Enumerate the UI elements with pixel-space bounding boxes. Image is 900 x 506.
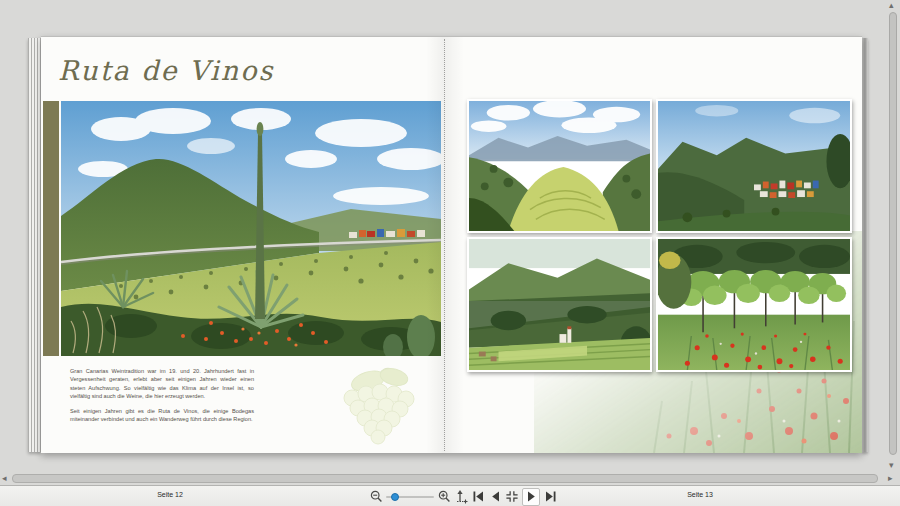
zoom-slider[interactable] (386, 491, 434, 503)
page-stack-left-edge (28, 38, 41, 452)
zoom-out-button[interactable] (369, 489, 383, 505)
page-stack-right-edge (862, 38, 868, 452)
next-page-icon (525, 490, 538, 503)
next-page-button[interactable] (522, 488, 540, 506)
landscape-photo-graphic (61, 101, 441, 356)
vineyard-photo-graphic (658, 239, 850, 370)
decor-olive-bar (43, 101, 59, 356)
last-page-icon (544, 490, 557, 503)
scroll-up-icon[interactable]: ▴ (889, 1, 894, 10)
grapes-graphic (322, 364, 418, 446)
vertical-scrollbar[interactable]: ▴ ▾ (887, 0, 899, 472)
scroll-down-icon[interactable]: ▾ (889, 461, 894, 470)
magnifier-minus-icon (370, 490, 383, 503)
photo-vineyard-poppies[interactable] (656, 237, 852, 372)
photo-hillside-agave-village[interactable] (61, 101, 441, 356)
grapes-clipart (322, 364, 418, 446)
valley-photo-graphic (469, 101, 650, 231)
page-label-right: Seite 13 (590, 491, 810, 498)
previous-page-icon (489, 490, 502, 503)
arrow-up-plus-icon (455, 490, 468, 504)
scroll-right-icon[interactable]: ▸ (888, 474, 893, 483)
status-bar: Seite 12 (0, 485, 900, 506)
photo-deep-valley-terraces[interactable] (467, 237, 652, 372)
workspace-canvas: Ruta de Vinos (0, 0, 900, 485)
page-right (444, 37, 862, 453)
page-label-left: Seite 12 (60, 491, 280, 498)
arrows-inward-icon (505, 490, 519, 503)
book-spread: Ruta de Vinos (28, 36, 868, 452)
zoom-in-button[interactable] (437, 489, 451, 505)
fit-spread-button[interactable] (505, 489, 519, 505)
body-text-block[interactable]: Gran Canarias Weintradition war im 19. u… (70, 367, 254, 429)
page-spread: Ruta de Vinos (41, 36, 862, 453)
center-fold-line (444, 39, 445, 451)
photo-hillside-village[interactable] (656, 99, 852, 233)
page-title[interactable]: Ruta de Vinos (58, 55, 274, 86)
terraces-photo-graphic (469, 239, 650, 370)
horizontal-scrollbar-thumb[interactable] (12, 474, 878, 483)
page-left: Ruta de Vinos (41, 37, 444, 453)
scroll-left-icon[interactable]: ◂ (2, 474, 7, 483)
view-controls (369, 486, 557, 506)
first-page-button[interactable] (471, 489, 485, 505)
village-photo-graphic (658, 101, 850, 231)
paragraph: Gran Canarias Weintradition war im 19. u… (70, 367, 254, 401)
photobook-editor-window: Ruta de Vinos (0, 0, 900, 506)
photo-green-valley-meadow[interactable] (467, 99, 652, 233)
last-page-button[interactable] (543, 489, 557, 505)
vertical-scrollbar-thumb[interactable] (889, 12, 897, 455)
zoom-fit-button[interactable] (454, 489, 468, 505)
previous-page-button[interactable] (488, 489, 502, 505)
zoom-slider-handle[interactable] (391, 493, 399, 501)
paragraph: Seit einigen Jahren gibt es die Ruta de … (70, 407, 254, 424)
horizontal-scrollbar[interactable]: ◂ ▸ (0, 472, 898, 485)
first-page-icon (472, 490, 485, 503)
magnifier-plus-icon (438, 490, 451, 503)
